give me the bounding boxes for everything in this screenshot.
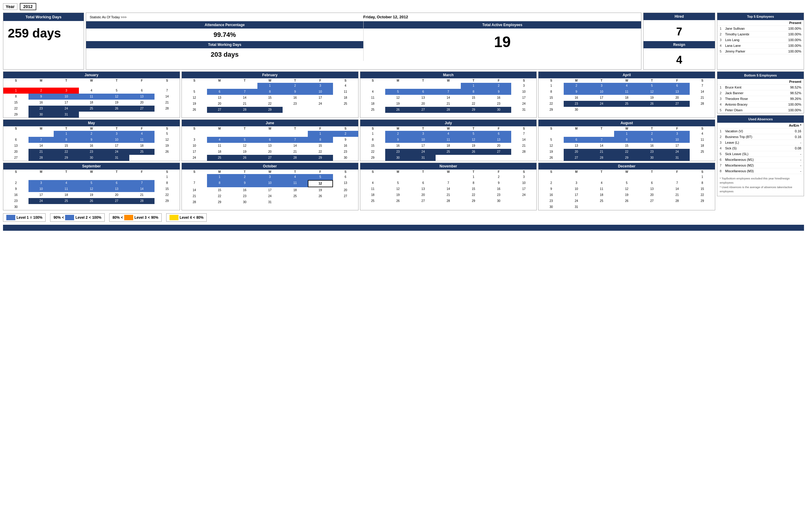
rank-name: Lana Lane xyxy=(725,44,782,48)
calendar-header: October xyxy=(182,163,358,170)
calendar-day xyxy=(538,131,564,137)
calendar-day-header: M xyxy=(385,78,410,83)
calendar-day: 14 xyxy=(129,186,154,192)
hired-label: Hired xyxy=(643,13,715,20)
calendar-day: 9 xyxy=(283,89,308,95)
calendar-day-header: F xyxy=(129,170,154,174)
calendar-day: 3 xyxy=(564,180,589,186)
calendar-day: 29 xyxy=(207,199,232,205)
calendar-day: 18 xyxy=(436,143,461,149)
calendar-day: 11 xyxy=(436,137,461,143)
legend-level4: Level 4 < 80% xyxy=(166,213,207,222)
legend-level2-color xyxy=(65,215,74,220)
calendar-day xyxy=(54,174,79,180)
calendar-day: 25 xyxy=(360,198,385,204)
calendars-row3: SeptemberSMTWTFS123456789101112131415161… xyxy=(3,163,715,210)
calendar-day: 17 xyxy=(257,187,283,193)
calendar-day xyxy=(589,174,614,180)
calendar-day: 15 xyxy=(154,186,180,192)
calendar-day: 2 xyxy=(564,83,589,89)
calendar-grid: SMTWTFS123456789101112131415161718192021… xyxy=(538,126,715,161)
calendar-day: 26 xyxy=(385,198,410,204)
calendar-day: 13 xyxy=(564,143,589,149)
calendar-day: 7 xyxy=(28,137,54,143)
absences-panel: Used Absences Av/Em * 1 Vacation (V) 0.1… xyxy=(717,115,804,196)
year-label: Year xyxy=(3,3,17,10)
calendar-day: 14 xyxy=(511,137,536,143)
calendar-day: 22 xyxy=(461,192,486,198)
calendar-day: 17 xyxy=(564,192,589,198)
calendar-day: 26 xyxy=(538,155,564,161)
resign-label: Resign xyxy=(643,41,715,48)
calendar-day: 12 xyxy=(104,94,129,100)
calendar-day: 5 xyxy=(104,88,129,94)
calendar-day: 6 xyxy=(104,180,129,186)
top5-subheader: Present xyxy=(717,20,804,26)
calendar-day: 16 xyxy=(486,186,511,192)
calendar-grid: SMTWTFS123456789101112131415161718192021… xyxy=(182,170,358,205)
calendar-day: 13 xyxy=(333,180,358,187)
calendar-day xyxy=(385,174,410,180)
calendar-day: 8 xyxy=(54,137,79,143)
calendar-day-header: M xyxy=(564,170,589,174)
calendar-day: 11 xyxy=(129,137,154,143)
calendar-day-header: W xyxy=(257,126,283,131)
calendar-day: 26 xyxy=(639,101,665,107)
calendar-day: 8 xyxy=(360,137,385,143)
calendar-day: 4 xyxy=(360,89,385,95)
calendar-day: 13 xyxy=(104,186,129,192)
calendar-day xyxy=(79,204,104,210)
calendar-day: 3 xyxy=(511,83,536,89)
calendar-day: 4 xyxy=(436,131,461,137)
rank-num: 4 xyxy=(720,44,725,48)
ranking-row: 2 Jack Banner 98.52% xyxy=(717,90,804,96)
calendar-day xyxy=(511,155,536,161)
calendar-day: 20 xyxy=(104,192,129,198)
calendar-day xyxy=(333,107,358,113)
calendar-day: 13 xyxy=(639,186,665,192)
calendar-day-header: T xyxy=(639,170,665,174)
calendar-day-header: T xyxy=(283,78,308,83)
calendar-day-header: S xyxy=(154,78,180,83)
calendar-day: 13 xyxy=(665,89,690,95)
calendar-day: 9 xyxy=(486,180,511,186)
calendar-march: MarchSMTWTFS1234567891011121314151617181… xyxy=(360,71,537,118)
calendar-day: 10 xyxy=(410,137,436,143)
calendar-day xyxy=(154,204,180,210)
calendar-day: 26 xyxy=(79,198,104,204)
calendar-day xyxy=(589,204,614,210)
calendar-day: 16 xyxy=(385,143,410,149)
rank-num: 1 xyxy=(720,27,725,30)
calendar-day-header: F xyxy=(129,126,154,131)
calendar-october: OctoberSMTWTFS12345678910111213141516171… xyxy=(181,163,359,210)
calendar-day: 19 xyxy=(385,101,410,107)
calendar-day: 21 xyxy=(182,193,207,199)
calendar-day xyxy=(665,107,690,113)
calendar-day: 4 xyxy=(333,83,358,89)
calendar-day: 19 xyxy=(308,187,333,193)
rank-value: 100.00% xyxy=(782,102,801,106)
calendar-day: 15 xyxy=(3,100,28,106)
calendar-day: 2 xyxy=(538,180,564,186)
calendar-day: 5 xyxy=(385,180,410,186)
calendar-day: 23 xyxy=(333,149,358,155)
calendar-day-header: S xyxy=(182,78,207,83)
calendar-day-header: S xyxy=(333,170,358,174)
calendar-day: 4 xyxy=(614,83,639,89)
calendar-day xyxy=(589,107,614,113)
calendar-day xyxy=(79,83,104,88)
calendar-day: 20 xyxy=(257,149,283,155)
calendar-day: 14 xyxy=(182,187,207,193)
calendar-day: 6 xyxy=(410,89,436,95)
calendar-day: 27 xyxy=(207,107,232,113)
calendar-day: 24 xyxy=(410,149,436,155)
calendar-day: 26 xyxy=(182,107,207,113)
calendar-day-header: T xyxy=(54,170,79,174)
rank-name: Jane Sullivan xyxy=(725,27,782,30)
calendar-day xyxy=(283,107,308,113)
rank-num: 2 xyxy=(720,33,725,36)
calendar-day: 12 xyxy=(308,180,333,187)
calendar-day: 6 xyxy=(3,137,28,143)
calendar-day: 15 xyxy=(614,143,639,149)
calendar-day xyxy=(308,199,333,205)
